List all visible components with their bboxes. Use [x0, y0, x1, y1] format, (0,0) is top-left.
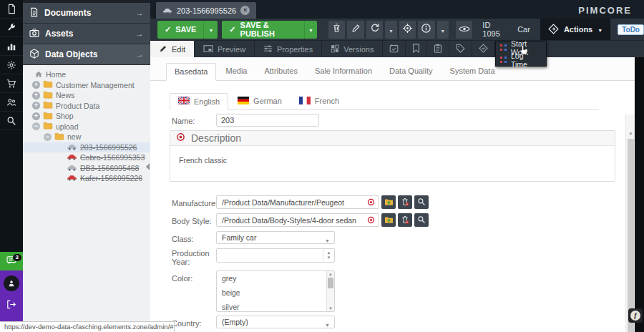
- reload-dropdown-button[interactable]: [385, 21, 396, 39]
- tree-node-label: new: [67, 132, 81, 141]
- sliders-icon: [263, 44, 273, 54]
- user-avatar[interactable]: [4, 275, 19, 291]
- country-select[interactable]: (Empty): [216, 316, 335, 328]
- tab-reports[interactable]: [427, 41, 449, 57]
- class-select[interactable]: Family car: [216, 231, 335, 244]
- spinner-arrows[interactable]: ▲▼: [323, 249, 334, 262]
- listbox-scrollbar[interactable]: ▲ ▼: [326, 271, 334, 311]
- search-rail-button[interactable]: [0, 112, 23, 130]
- manufacturer-input[interactable]: /Product Data/Manufacturer/Peugeot: [216, 195, 379, 209]
- tab-versions[interactable]: Versions: [322, 41, 383, 57]
- close-icon[interactable]: [240, 6, 250, 15]
- save-button[interactable]: SAVE: [157, 21, 218, 39]
- workflow-status-badge[interactable]: ToDo: [618, 24, 644, 35]
- scrollbar-thumb[interactable]: [628, 139, 634, 332]
- subtab-basedata[interactable]: Basedata: [166, 63, 216, 81]
- tools-rail-button[interactable]: [0, 19, 23, 37]
- remove-relation-button[interactable]: [398, 213, 412, 227]
- chat-button[interactable]: 3: [0, 252, 23, 270]
- tree-node-new[interactable]: new: [23, 132, 150, 142]
- tab-scheduler[interactable]: [383, 41, 406, 57]
- logout-button[interactable]: [0, 297, 23, 314]
- tab-preview-label: Preview: [218, 45, 245, 54]
- documents-rail-button[interactable]: [0, 0, 23, 19]
- collapse-minus-icon[interactable]: [44, 133, 52, 141]
- delete-button[interactable]: [328, 21, 345, 39]
- reports-rail-button[interactable]: [0, 37, 23, 56]
- expand-plus-icon[interactable]: [32, 92, 40, 99]
- tree-node-object-cobra[interactable]: Cobra-1566995353: [23, 152, 150, 163]
- info-dropdown-button[interactable]: [437, 21, 449, 39]
- description-wysiwyg[interactable]: French classic: [170, 146, 615, 175]
- tab-title: 203-1566995526: [177, 6, 236, 15]
- accordion-documents[interactable]: Documents: [23, 3, 150, 24]
- save-dropdown-button[interactable]: [203, 21, 218, 39]
- left-icon-rail: 3 CO: [0, 0, 23, 332]
- content-scrollbar[interactable]: ▲: [625, 114, 635, 332]
- car-red-icon: [67, 153, 77, 162]
- folder-icon: [43, 122, 53, 131]
- tree-node-object-203[interactable]: 203-1566995526: [23, 142, 150, 153]
- accordion-data-objects[interactable]: Data Objects: [23, 44, 150, 65]
- remove-relation-button[interactable]: [398, 195, 412, 209]
- search-relation-button[interactable]: [414, 195, 429, 209]
- lang-tab-english[interactable]: English: [170, 93, 228, 110]
- shopping-cart-icon: [6, 79, 16, 89]
- scrollbar-thumb[interactable]: [328, 278, 333, 288]
- name-input[interactable]: [216, 114, 319, 127]
- tree-node-product-data[interactable]: Product Data: [23, 101, 150, 112]
- open-relation-button[interactable]: [381, 195, 396, 209]
- name-field-label: Name:: [172, 117, 195, 125]
- tab-workflow[interactable]: [472, 41, 495, 57]
- expand-plus-icon[interactable]: [32, 112, 40, 120]
- tree-node-shop[interactable]: Shop: [23, 111, 150, 122]
- color-option-beige[interactable]: beige: [217, 285, 334, 300]
- search-relation-button[interactable]: [414, 213, 429, 227]
- subtab-sale-information[interactable]: Sale Information: [307, 63, 380, 80]
- menu-item-log-time[interactable]: Log Time: [496, 54, 546, 66]
- color-multiselect[interactable]: grey beige silver ▲ ▼: [216, 270, 335, 312]
- rename-button[interactable]: [347, 21, 364, 39]
- save-publish-dropdown-button[interactable]: [304, 21, 317, 39]
- save-publish-button[interactable]: SAVE & PUBLISH: [222, 21, 317, 39]
- document-tabstrip: 203-1566995526: [150, 0, 644, 19]
- open-relation-button[interactable]: [381, 213, 396, 227]
- open-preview-button[interactable]: [456, 21, 472, 39]
- reload-button[interactable]: [366, 21, 383, 39]
- info-button[interactable]: [418, 21, 434, 39]
- color-option-grey[interactable]: grey: [217, 271, 334, 285]
- users-rail-button[interactable]: [0, 93, 23, 112]
- collapse-minus-icon[interactable]: [32, 122, 40, 130]
- lang-tab-french[interactable]: French: [291, 93, 347, 109]
- tab-properties[interactable]: Properties: [255, 41, 322, 57]
- production-year-spinner[interactable]: ▲▼: [216, 248, 335, 263]
- tab-tags[interactable]: [449, 41, 472, 57]
- expand-plus-icon[interactable]: [32, 81, 40, 89]
- expand-plus-icon[interactable]: [32, 102, 40, 109]
- ecommerce-rail-button[interactable]: [0, 74, 23, 93]
- lang-tab-german[interactable]: German: [230, 93, 290, 109]
- panel-collapse-handle[interactable]: [146, 163, 150, 170]
- subtab-media[interactable]: Media: [218, 63, 255, 80]
- tab-preview[interactable]: Preview: [195, 41, 255, 57]
- color-option-silver[interactable]: silver: [217, 300, 334, 312]
- tree-node-news[interactable]: News: [23, 90, 150, 101]
- tree-node-upload[interactable]: upload: [23, 122, 150, 132]
- body-style-input[interactable]: /Product Data/Body-Styles/4-door sedan: [216, 213, 379, 227]
- tree-node-object-kafer[interactable]: Kafer-1566995226: [23, 173, 150, 184]
- tree-node-home[interactable]: Home: [23, 69, 150, 80]
- open-object-tab[interactable]: 203-1566995526: [156, 2, 256, 19]
- tree-node-customer-management[interactable]: Customer Management: [23, 80, 150, 91]
- tree-node-object-db3[interactable]: DB3-1566995468: [23, 163, 150, 174]
- tab-edit[interactable]: Edit: [150, 41, 195, 57]
- floating-extension-button[interactable]: f: [628, 308, 643, 323]
- tab-notes[interactable]: [406, 41, 427, 57]
- subtab-system-data[interactable]: System Data: [442, 63, 503, 80]
- actions-button[interactable]: Actions: [540, 19, 610, 40]
- accordion-assets[interactable]: Assets: [23, 24, 150, 44]
- settings-rail-button[interactable]: [0, 56, 23, 74]
- pimcore-admin-window: 3 CO Documents Assets Data Objects: [0, 0, 644, 332]
- subtab-attributes[interactable]: Attributes: [256, 63, 305, 80]
- locate-in-tree-button[interactable]: [399, 21, 416, 39]
- subtab-data-quality[interactable]: Data Quality: [381, 63, 441, 80]
